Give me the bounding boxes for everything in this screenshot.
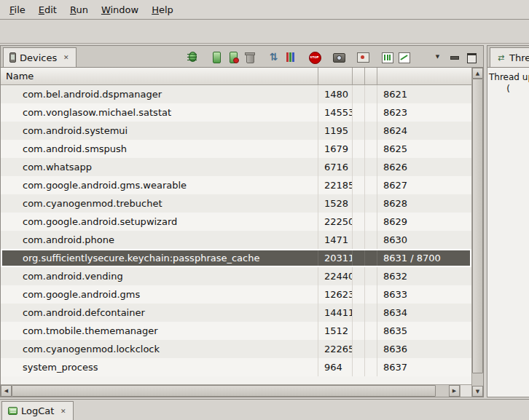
process-pid: 1195 [318, 122, 353, 140]
process-name: com.whatsapp [1, 158, 318, 176]
process-pid: 6716 [318, 158, 353, 176]
debug-icon[interactable] [184, 49, 200, 64]
menu-file[interactable]: File [3, 1, 32, 18]
scroll-up-button[interactable] [472, 68, 483, 79]
update-heap-icon[interactable] [208, 49, 224, 64]
process-row[interactable]: org.sufficientlysecure.keychain:passphra… [1, 249, 471, 267]
tab-threads[interactable]: Threads [490, 47, 529, 67]
toolbar-separator [412, 57, 428, 58]
column-header-port[interactable] [377, 68, 471, 84]
dump-hprof-icon[interactable] [225, 49, 240, 64]
process-port: 8627 [377, 176, 471, 194]
horizontal-scroll-thumb[interactable] [12, 385, 436, 397]
tab-devices-label: Devices [20, 52, 57, 63]
table-header: Name [1, 68, 471, 85]
vertical-scroll-thumb[interactable] [472, 79, 483, 373]
process-pid: 22440 [318, 267, 353, 285]
process-name: com.vonglasow.michael.satstat [1, 103, 318, 122]
stop-process-icon[interactable] [307, 49, 322, 64]
view-menu-icon[interactable] [430, 49, 445, 64]
process-row[interactable]: com.google.android.gms.wearable221858627 [1, 176, 471, 194]
tab-logcat[interactable]: LogCat [1, 401, 74, 420]
vertical-scroll-track[interactable] [472, 79, 483, 386]
process-port: 8628 [377, 194, 471, 213]
process-row[interactable]: com.google.android.setupwizard222508629 [1, 213, 471, 231]
tab-threads-label: Threads [509, 52, 529, 63]
tab-devices[interactable]: Devices [3, 47, 77, 67]
process-row[interactable]: com.whatsapp67168626 [1, 158, 471, 176]
scroll-left-button[interactable] [1, 385, 12, 397]
devices-tabbar: Devices [1, 46, 483, 68]
column-header-spacer[interactable] [365, 68, 377, 84]
process-row[interactable]: com.google.android.gms126238633 [1, 285, 471, 304]
start-opengl-trace-icon[interactable] [396, 49, 411, 64]
column-header-pid[interactable] [318, 68, 353, 84]
process-row[interactable]: com.android.phone14718630 [1, 231, 471, 249]
capture-systrace-icon[interactable] [379, 49, 394, 64]
process-row[interactable]: com.cyanogenmod.trebuchet15288628 [1, 194, 471, 213]
cell-spacer [353, 304, 365, 322]
screen-record-icon[interactable] [355, 49, 370, 64]
process-row[interactable]: com.android.defcontainer144118634 [1, 304, 471, 322]
screen-capture-icon[interactable] [331, 49, 346, 64]
devices-view-toolbar [184, 46, 479, 68]
start-method-profiling-icon[interactable] [283, 49, 298, 64]
cell-spacer [353, 322, 365, 340]
process-name: com.cyanogenmod.trebuchet [1, 194, 318, 213]
close-icon[interactable] [59, 407, 67, 415]
column-header-spacer[interactable] [353, 68, 365, 84]
scrollbar-corner [460, 385, 471, 397]
process-name: org.sufficientlysecure.keychain:passphra… [1, 249, 318, 267]
scroll-right-button[interactable] [449, 385, 460, 397]
tab-logcat-label: LogCat [21, 405, 54, 416]
process-port: 8625 [377, 140, 471, 158]
toolbar-separator [201, 57, 207, 58]
horizontal-scrollbar[interactable] [1, 384, 471, 397]
process-port: 8631 / 8700 [377, 249, 471, 267]
cell-spacer [353, 340, 365, 358]
process-row[interactable]: system_process9648637 [1, 358, 471, 376]
cell-spacer [365, 322, 377, 340]
menu-help[interactable]: Help [145, 1, 180, 18]
cell-spacer [365, 231, 377, 249]
cell-spacer [353, 213, 365, 231]
process-row[interactable]: com.android.smspush16798625 [1, 140, 471, 158]
process-row[interactable]: com.cyanogenmod.lockclock222658636 [1, 340, 471, 358]
toolbar-separator [324, 57, 329, 58]
process-name: com.google.android.gms.wearable [1, 176, 318, 194]
process-name: com.google.android.setupwizard [1, 213, 318, 231]
process-port: 8623 [377, 103, 471, 122]
cell-spacer [365, 103, 377, 122]
column-header-name[interactable]: Name [1, 68, 318, 84]
process-row[interactable]: com.android.vending224408632 [1, 267, 471, 285]
cell-spacer [353, 194, 365, 213]
menu-run[interactable]: Run [63, 1, 95, 18]
process-table-columns: Name com.bel.android.dspmanager14808621c… [1, 68, 471, 397]
update-threads-icon[interactable] [266, 49, 281, 64]
process-name: com.cyanogenmod.lockclock [1, 340, 318, 358]
cell-spacer [353, 176, 365, 194]
toolbar-separator [259, 57, 264, 58]
process-row[interactable]: com.tmobile.thememanager15128635 [1, 322, 471, 340]
cell-spacer [365, 85, 377, 103]
menu-edit[interactable]: Edit [32, 1, 63, 18]
scroll-down-button[interactable] [472, 386, 483, 397]
maximize-icon[interactable] [463, 49, 479, 64]
menu-window[interactable]: Window [95, 1, 145, 18]
close-icon[interactable] [62, 54, 70, 62]
process-name: com.android.vending [1, 267, 318, 285]
process-port: 8633 [377, 285, 471, 304]
process-port: 8629 [377, 213, 471, 231]
cause-gc-icon[interactable] [242, 49, 257, 64]
horizontal-scroll-track[interactable] [12, 385, 449, 397]
cell-spacer [353, 231, 365, 249]
process-name: com.google.android.gms [1, 285, 318, 304]
vertical-scrollbar[interactable] [471, 68, 483, 397]
process-pid: 1471 [318, 231, 353, 249]
process-row[interactable]: com.bel.android.dspmanager14808621 [1, 85, 471, 103]
process-row[interactable]: com.vonglasow.michael.satstat145538623 [1, 103, 471, 122]
cell-spacer [353, 122, 365, 140]
process-rows: com.bel.android.dspmanager14808621com.vo… [1, 85, 471, 384]
process-row[interactable]: com.android.systemui11958624 [1, 122, 471, 140]
minimize-icon[interactable] [447, 49, 462, 64]
